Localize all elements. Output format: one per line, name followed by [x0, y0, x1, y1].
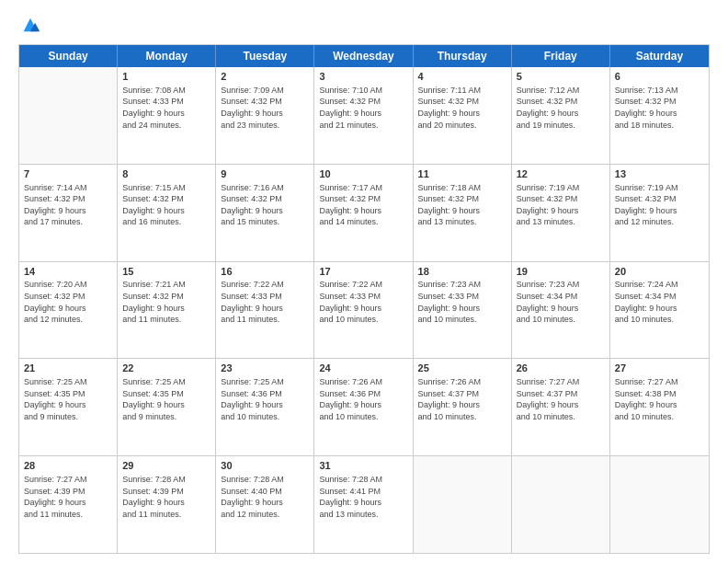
day-info: Sunrise: 7:16 AM Sunset: 4:32 PM Dayligh…: [221, 182, 309, 228]
day-number: 31: [319, 459, 407, 473]
calendar-row-1: 7Sunrise: 7:14 AM Sunset: 4:32 PM Daylig…: [19, 165, 709, 262]
calendar-header: SundayMondayTuesdayWednesdayThursdayFrid…: [19, 45, 709, 67]
calendar-cell-2-2: 16Sunrise: 7:22 AM Sunset: 4:33 PM Dayli…: [216, 262, 314, 359]
day-number: 11: [418, 167, 506, 181]
day-info: Sunrise: 7:10 AM Sunset: 4:32 PM Dayligh…: [319, 85, 407, 131]
calendar-cell-1-3: 10Sunrise: 7:17 AM Sunset: 4:32 PM Dayli…: [314, 165, 413, 261]
logo-icon: [20, 15, 40, 35]
calendar-cell-2-1: 15Sunrise: 7:21 AM Sunset: 4:32 PM Dayli…: [118, 262, 216, 359]
day-number: 4: [418, 70, 506, 84]
day-info: Sunrise: 7:28 AM Sunset: 4:41 PM Dayligh…: [319, 474, 407, 520]
day-number: 3: [319, 70, 407, 84]
day-number: 14: [24, 265, 112, 279]
calendar-cell-4-5: [512, 456, 610, 553]
day-number: 20: [615, 265, 704, 279]
calendar-cell-3-4: 25Sunrise: 7:26 AM Sunset: 4:37 PM Dayli…: [414, 359, 512, 455]
day-info: Sunrise: 7:11 AM Sunset: 4:32 PM Dayligh…: [418, 85, 506, 131]
day-info: Sunrise: 7:19 AM Sunset: 4:32 PM Dayligh…: [615, 182, 704, 228]
day-number: 1: [122, 70, 210, 84]
calendar-cell-1-0: 7Sunrise: 7:14 AM Sunset: 4:32 PM Daylig…: [19, 165, 118, 261]
day-number: 9: [221, 167, 309, 181]
day-info: Sunrise: 7:09 AM Sunset: 4:32 PM Dayligh…: [221, 85, 309, 131]
calendar-cell-2-0: 14Sunrise: 7:20 AM Sunset: 4:32 PM Dayli…: [19, 262, 118, 359]
day-number: 29: [122, 459, 210, 473]
day-info: Sunrise: 7:28 AM Sunset: 4:40 PM Dayligh…: [221, 474, 309, 520]
header-day-thursday: Thursday: [414, 45, 512, 67]
day-number: 27: [615, 362, 704, 375]
calendar-row-3: 21Sunrise: 7:25 AM Sunset: 4:35 PM Dayli…: [19, 359, 709, 456]
day-number: 13: [615, 167, 704, 181]
calendar-cell-1-1: 8Sunrise: 7:15 AM Sunset: 4:32 PM Daylig…: [118, 165, 216, 261]
calendar-cell-3-0: 21Sunrise: 7:25 AM Sunset: 4:35 PM Dayli…: [19, 359, 118, 455]
day-number: 23: [221, 362, 309, 375]
day-number: 17: [319, 265, 407, 279]
calendar-cell-2-4: 18Sunrise: 7:23 AM Sunset: 4:33 PM Dayli…: [414, 262, 512, 359]
calendar-body: 1Sunrise: 7:08 AM Sunset: 4:33 PM Daylig…: [19, 67, 709, 553]
calendar-cell-0-1: 1Sunrise: 7:08 AM Sunset: 4:33 PM Daylig…: [118, 67, 216, 164]
day-number: 28: [24, 459, 112, 473]
day-info: Sunrise: 7:23 AM Sunset: 4:34 PM Dayligh…: [517, 279, 605, 325]
calendar-cell-0-4: 4Sunrise: 7:11 AM Sunset: 4:32 PM Daylig…: [414, 67, 512, 164]
calendar-cell-4-4: [414, 456, 512, 553]
day-info: Sunrise: 7:28 AM Sunset: 4:39 PM Dayligh…: [122, 474, 210, 520]
day-info: Sunrise: 7:26 AM Sunset: 4:37 PM Dayligh…: [418, 376, 506, 422]
day-info: Sunrise: 7:12 AM Sunset: 4:32 PM Dayligh…: [517, 85, 605, 131]
day-info: Sunrise: 7:25 AM Sunset: 4:36 PM Dayligh…: [221, 376, 309, 422]
day-number: 15: [122, 265, 210, 279]
calendar-row-0: 1Sunrise: 7:08 AM Sunset: 4:33 PM Daylig…: [19, 67, 709, 165]
day-number: 22: [122, 362, 210, 375]
calendar-row-4: 28Sunrise: 7:27 AM Sunset: 4:39 PM Dayli…: [19, 456, 709, 553]
calendar-cell-3-5: 26Sunrise: 7:27 AM Sunset: 4:37 PM Dayli…: [512, 359, 610, 455]
day-info: Sunrise: 7:15 AM Sunset: 4:32 PM Dayligh…: [122, 182, 210, 228]
calendar-cell-2-3: 17Sunrise: 7:22 AM Sunset: 4:33 PM Dayli…: [314, 262, 413, 359]
day-info: Sunrise: 7:22 AM Sunset: 4:33 PM Dayligh…: [221, 279, 309, 325]
header-day-saturday: Saturday: [610, 45, 709, 67]
calendar-cell-0-3: 3Sunrise: 7:10 AM Sunset: 4:32 PM Daylig…: [314, 67, 413, 164]
day-number: 24: [319, 362, 407, 375]
header: [18, 15, 710, 35]
day-info: Sunrise: 7:13 AM Sunset: 4:32 PM Dayligh…: [615, 85, 704, 131]
day-number: 25: [418, 362, 506, 375]
day-number: 19: [517, 265, 605, 279]
day-number: 5: [517, 70, 605, 84]
day-info: Sunrise: 7:17 AM Sunset: 4:32 PM Dayligh…: [319, 182, 407, 228]
header-day-tuesday: Tuesday: [216, 45, 314, 67]
day-info: Sunrise: 7:25 AM Sunset: 4:35 PM Dayligh…: [24, 376, 112, 422]
day-number: 21: [24, 362, 112, 375]
day-info: Sunrise: 7:14 AM Sunset: 4:32 PM Dayligh…: [24, 182, 112, 228]
day-info: Sunrise: 7:27 AM Sunset: 4:39 PM Dayligh…: [24, 474, 112, 520]
day-info: Sunrise: 7:26 AM Sunset: 4:36 PM Dayligh…: [319, 376, 407, 422]
calendar-cell-2-6: 20Sunrise: 7:24 AM Sunset: 4:34 PM Dayli…: [610, 262, 709, 359]
day-number: 7: [24, 167, 112, 181]
logo: [18, 15, 40, 35]
calendar-cell-2-5: 19Sunrise: 7:23 AM Sunset: 4:34 PM Dayli…: [512, 262, 610, 359]
day-info: Sunrise: 7:18 AM Sunset: 4:32 PM Dayligh…: [418, 182, 506, 228]
calendar-cell-1-4: 11Sunrise: 7:18 AM Sunset: 4:32 PM Dayli…: [414, 165, 512, 261]
day-number: 30: [221, 459, 309, 473]
calendar-cell-1-2: 9Sunrise: 7:16 AM Sunset: 4:32 PM Daylig…: [216, 165, 314, 261]
day-number: 8: [122, 167, 210, 181]
day-info: Sunrise: 7:27 AM Sunset: 4:38 PM Dayligh…: [615, 376, 704, 422]
day-number: 2: [221, 70, 309, 84]
day-info: Sunrise: 7:22 AM Sunset: 4:33 PM Dayligh…: [319, 279, 407, 325]
day-number: 18: [418, 265, 506, 279]
day-info: Sunrise: 7:24 AM Sunset: 4:34 PM Dayligh…: [615, 279, 704, 325]
calendar-cell-3-6: 27Sunrise: 7:27 AM Sunset: 4:38 PM Dayli…: [610, 359, 709, 455]
calendar-cell-0-6: 6Sunrise: 7:13 AM Sunset: 4:32 PM Daylig…: [610, 67, 709, 164]
day-info: Sunrise: 7:27 AM Sunset: 4:37 PM Dayligh…: [517, 376, 605, 422]
day-info: Sunrise: 7:19 AM Sunset: 4:32 PM Dayligh…: [517, 182, 605, 228]
day-info: Sunrise: 7:20 AM Sunset: 4:32 PM Dayligh…: [24, 279, 112, 325]
day-number: 26: [517, 362, 605, 375]
header-day-monday: Monday: [118, 45, 216, 67]
day-number: 10: [319, 167, 407, 181]
calendar-cell-4-0: 28Sunrise: 7:27 AM Sunset: 4:39 PM Dayli…: [19, 456, 118, 553]
day-number: 16: [221, 265, 309, 279]
calendar-cell-3-3: 24Sunrise: 7:26 AM Sunset: 4:36 PM Dayli…: [314, 359, 413, 455]
calendar-cell-4-1: 29Sunrise: 7:28 AM Sunset: 4:39 PM Dayli…: [118, 456, 216, 553]
day-info: Sunrise: 7:23 AM Sunset: 4:33 PM Dayligh…: [418, 279, 506, 325]
header-day-sunday: Sunday: [19, 45, 118, 67]
day-info: Sunrise: 7:08 AM Sunset: 4:33 PM Dayligh…: [122, 85, 210, 131]
day-info: Sunrise: 7:25 AM Sunset: 4:35 PM Dayligh…: [122, 376, 210, 422]
calendar-row-2: 14Sunrise: 7:20 AM Sunset: 4:32 PM Dayli…: [19, 262, 709, 360]
header-day-wednesday: Wednesday: [314, 45, 413, 67]
